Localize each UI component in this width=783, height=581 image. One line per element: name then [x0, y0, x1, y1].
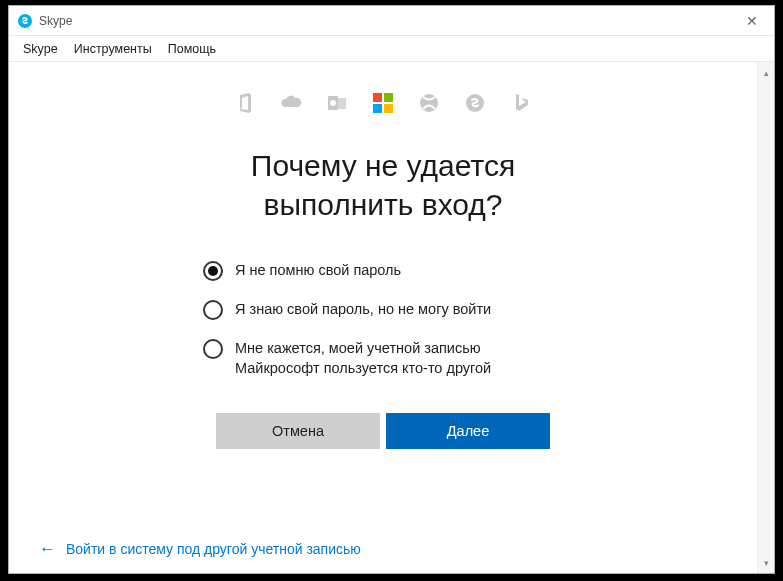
- scroll-down-icon[interactable]: ▾: [759, 555, 774, 570]
- svg-rect-4: [373, 93, 382, 102]
- option-know-password[interactable]: Я знаю свой пароль, но не могу войти: [203, 299, 563, 320]
- scrollbar[interactable]: ▴ ▾: [757, 62, 774, 573]
- radio-icon: [203, 300, 223, 320]
- svg-rect-2: [338, 98, 346, 109]
- outlook-icon: [326, 92, 348, 114]
- options-group: Я не помню свой пароль Я знаю свой парол…: [203, 260, 563, 379]
- option-label: Я не помню свой пароль: [235, 260, 401, 280]
- menu-skype[interactable]: Skype: [15, 39, 66, 59]
- brand-row: [49, 92, 717, 114]
- xbox-icon: [418, 92, 440, 114]
- office-icon: [234, 92, 256, 114]
- skype-logo-icon: [17, 13, 33, 29]
- titlebar: Skype ✕: [9, 6, 774, 36]
- window-title: Skype: [39, 14, 732, 28]
- option-label: Я знаю свой пароль, но не могу войти: [235, 299, 491, 319]
- sign-in-other-account-link[interactable]: ← Войти в систему под другой учетной зап…: [39, 540, 361, 557]
- arrow-left-icon: ←: [39, 540, 56, 557]
- svg-point-8: [420, 94, 438, 112]
- svg-rect-6: [373, 104, 382, 113]
- svg-point-3: [330, 100, 336, 106]
- microsoft-logo-icon: [372, 92, 394, 114]
- menu-help[interactable]: Помощь: [160, 39, 224, 59]
- content-wrap: Почему не удается выполнить вход? Я не п…: [9, 62, 774, 573]
- svg-rect-5: [384, 93, 393, 102]
- content: Почему не удается выполнить вход? Я не п…: [9, 62, 757, 573]
- menu-tools[interactable]: Инструменты: [66, 39, 160, 59]
- scroll-up-icon[interactable]: ▴: [759, 65, 774, 80]
- option-compromised[interactable]: Мне кажется, моей учетной записью Майкро…: [203, 338, 563, 379]
- footer-link-label: Войти в систему под другой учетной запис…: [66, 541, 361, 557]
- cancel-button[interactable]: Отмена: [216, 413, 380, 449]
- svg-rect-7: [384, 104, 393, 113]
- option-label: Мне кажется, моей учетной записью Майкро…: [235, 338, 563, 379]
- skype-icon: [464, 92, 486, 114]
- page-heading: Почему не удается выполнить вход?: [49, 146, 717, 224]
- heading-line2: выполнить вход?: [263, 188, 502, 221]
- menubar: Skype Инструменты Помощь: [9, 36, 774, 62]
- radio-icon: [203, 339, 223, 359]
- onedrive-icon: [280, 92, 302, 114]
- window: Skype ✕ Skype Инструменты Помощь: [8, 5, 775, 574]
- bing-icon: [510, 92, 532, 114]
- next-button[interactable]: Далее: [386, 413, 550, 449]
- close-icon: ✕: [746, 13, 758, 29]
- close-button[interactable]: ✕: [732, 7, 772, 35]
- button-row: Отмена Далее: [49, 413, 717, 449]
- radio-icon: [203, 261, 223, 281]
- option-forgot-password[interactable]: Я не помню свой пароль: [203, 260, 563, 281]
- heading-line1: Почему не удается: [251, 149, 515, 182]
